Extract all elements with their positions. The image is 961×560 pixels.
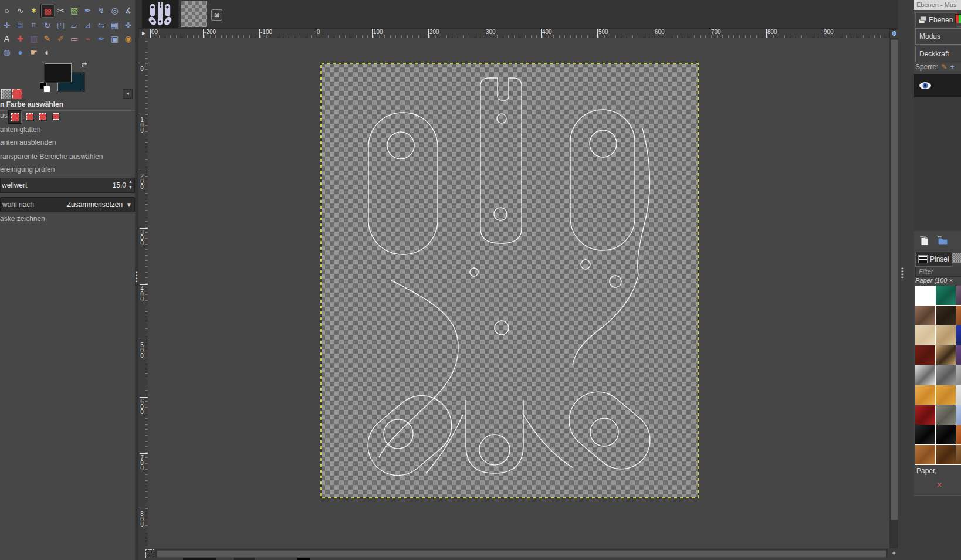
splitter-grip[interactable]: ▪▪▪▪ [901,267,903,279]
layer-row[interactable] [914,74,961,97]
opacity-slider[interactable]: Deckkraft [915,46,961,62]
zoom-follow-window-button[interactable] [889,29,899,38]
tool-foreground-select[interactable]: ▧ [67,4,81,17]
tool-fuzzy-select[interactable]: ✶ [27,4,40,17]
tool-smudge[interactable]: ☛ [27,45,40,59]
new-layer-group-button[interactable] [938,236,948,245]
tool-eraser[interactable]: ▭ [67,32,81,45]
layer-mode-dropdown[interactable]: Modus [915,28,961,45]
tool-clone[interactable]: ▣ [108,32,121,45]
visibility-eye-icon[interactable] [919,82,932,90]
tool-flip[interactable]: ⇋ [94,18,108,32]
select-by-dropdown[interactable]: wahl nach Zusammensetzen ▼ [0,197,135,212]
pattern-swatch[interactable] [915,286,935,305]
foreground-color-swatch[interactable] [45,63,72,82]
close-icon[interactable]: ⊠ [211,9,222,21]
pattern-swatch[interactable] [956,445,961,464]
navigation-button[interactable]: ✦ [889,549,898,558]
right-pane-splitter[interactable]: ▪▪▪▪ [898,0,914,560]
pattern-swatch[interactable] [956,306,961,325]
lock-pixels-icon[interactable]: ✎ [941,63,947,71]
pattern-swatch[interactable] [915,425,935,444]
tool-handle-transform[interactable]: ✜ [121,18,135,32]
image-tab-transparent[interactable] [180,0,209,28]
tool-warp-transform[interactable]: ◍ [0,45,13,59]
tool-text[interactable]: A [0,32,13,45]
tool-zoom[interactable]: ◎ [108,4,121,17]
threshold-spinner[interactable]: ▲▼ [127,179,134,192]
horizontal-ruler[interactable]: 00-200-1000100200300400500600700800900 [148,29,889,38]
panel-collapse-button[interactable]: ◂ [123,89,133,99]
tool-stamp[interactable]: ◉ [121,32,135,45]
pattern-swatch[interactable] [956,286,961,305]
tool-select-by-color[interactable]: ▩ [40,4,55,18]
tool-gradient[interactable]: ▨ [27,32,40,45]
vertical-ruler[interactable]: 0100200300400500600700800 [138,38,148,548]
pattern-swatch[interactable] [915,405,935,425]
pattern-swatch[interactable] [956,425,961,444]
tool-airbrush[interactable]: ⌁ [81,32,94,45]
tool-rotate[interactable]: ↻ [40,18,54,32]
pattern-swatch[interactable] [936,306,956,325]
mode-add-button[interactable] [23,110,36,123]
tab-patterns[interactable] [952,253,961,263]
option-feather-edges[interactable]: anten ausblenden [0,138,135,147]
pattern-swatch[interactable] [936,425,956,444]
canvas-viewport[interactable] [148,38,898,548]
vertical-scrollbar[interactable] [889,38,898,548]
swap-colors-icon[interactable]: ⇄ [82,61,87,69]
tool-perspective[interactable]: ⊿ [81,18,94,32]
lock-position-icon[interactable]: + [950,63,954,71]
image-canvas[interactable] [320,63,699,498]
option-draw-mask[interactable]: aske zeichnen [0,215,135,223]
tool-ink[interactable]: ✒ [94,32,108,45]
splitter-grip[interactable]: ▪▪▪▪ [136,271,137,283]
threshold-slider[interactable]: wellwert 15.0 ▲▼ [0,178,135,193]
pattern-swatch[interactable] [936,445,956,464]
pattern-swatch[interactable] [936,345,956,365]
tool-align[interactable]: ≣ [13,18,27,32]
pattern-swatch[interactable] [915,345,935,365]
tool-crop[interactable]: ⌗ [27,18,40,32]
vertical-scrollbar-thumb[interactable] [891,39,898,520]
pattern-filter-input[interactable]: Filter [915,267,961,277]
new-layer-button[interactable] [920,236,929,246]
tool-ellipse-select[interactable]: ○ [0,4,13,17]
option-select-transparent[interactable]: ransparente Bereiche auswählen [0,152,135,161]
pattern-swatch[interactable] [956,325,961,345]
tool-move[interactable]: ✛ [0,18,13,32]
mode-subtract-button[interactable] [36,110,49,123]
tab-brushes[interactable]: Pinsel [915,252,952,267]
pattern-swatch[interactable] [956,385,961,405]
horizontal-scrollbar[interactable] [155,549,888,558]
option-sample-merged[interactable]: ereinigung prüfen [0,165,135,174]
pattern-swatch[interactable] [936,385,956,405]
pattern-swatch[interactable] [936,286,956,305]
pattern-swatch[interactable] [915,385,935,405]
pattern-swatch[interactable] [915,306,935,325]
tool-heal[interactable]: ✚ [13,32,27,45]
tool-blur-sharpen[interactable]: ● [13,45,27,59]
pattern-swatch[interactable] [956,365,961,385]
delete-pattern-icon[interactable]: ✕ [935,481,943,489]
tool-measure[interactable]: ∡ [121,4,135,17]
tab-channels[interactable] [955,14,961,23]
tool-color-picker[interactable]: ↯ [94,4,108,17]
option-antialiasing[interactable]: anten glätten [0,125,135,134]
pattern-swatch[interactable] [915,445,935,464]
tab-layers[interactable]: Ebenen [915,12,956,27]
quick-mask-toggle[interactable] [145,549,154,558]
tool-dodge-burn[interactable]: ◐ [40,45,54,59]
pattern-swatch[interactable] [936,365,956,385]
image-tab-active[interactable] [142,0,179,28]
tool-free-select[interactable]: ∿ [13,4,27,17]
pattern-swatch[interactable] [956,345,961,365]
tool-cage-transform[interactable]: ▦ [108,18,121,32]
pattern-swatch[interactable] [936,325,956,345]
tool-scissors-select[interactable]: ✂ [54,4,67,17]
pattern-swatch[interactable] [956,405,961,425]
tool-pencil[interactable]: ✎ [40,32,54,45]
tool-shear[interactable]: ▱ [67,18,81,32]
mode-replace-button[interactable] [8,110,22,124]
pattern-swatch[interactable] [936,405,956,425]
